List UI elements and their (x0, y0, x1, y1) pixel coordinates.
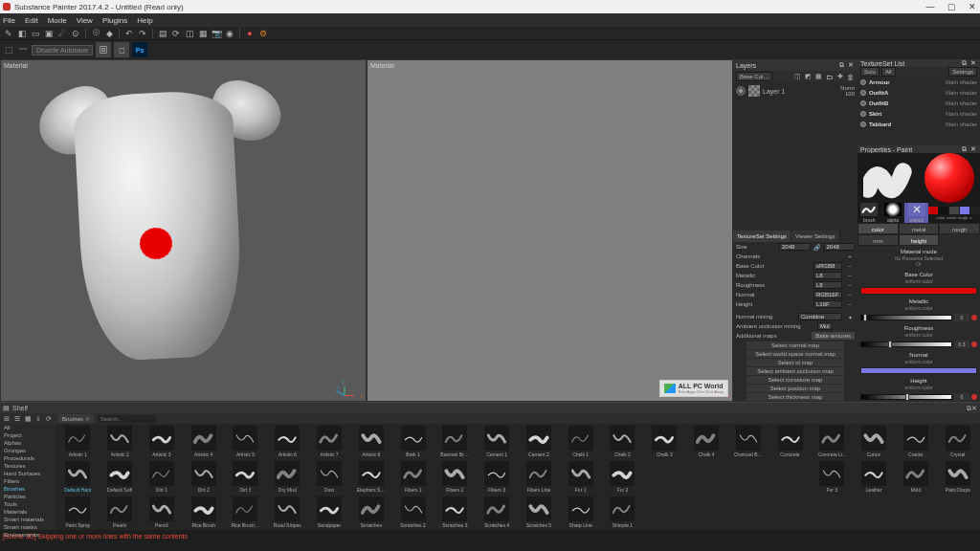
fill-tool-icon[interactable]: ▣ (43, 28, 55, 39)
add-group-icon[interactable]: 🗀 (825, 71, 834, 82)
shelf-view-icon[interactable]: ☰ (13, 413, 21, 425)
shelf-category-smart-materials[interactable]: Smart materials (0, 516, 56, 523)
add-channel-icon[interactable]: + (845, 253, 855, 259)
shelf-category-particles[interactable]: Particles (0, 493, 56, 500)
shelf-import-icon[interactable]: ⇩ (34, 413, 42, 425)
brush-item[interactable]: Artistic 7 (309, 426, 350, 460)
normal-mixing-select[interactable]: Combine (798, 313, 842, 320)
tab-height[interactable]: height (899, 234, 940, 246)
visibility-toggle-icon[interactable] (736, 86, 746, 96)
shelf-category-tools[interactable]: Tools (0, 500, 56, 508)
remove-channel-icon[interactable]: − (845, 301, 855, 307)
brush-item[interactable]: Dry Mud (267, 461, 308, 496)
maximize-button[interactable]: ▢ (947, 2, 956, 11)
brush-item[interactable]: Artistic 6 (267, 426, 308, 460)
brush-slot[interactable]: brush (858, 203, 881, 223)
brush-item[interactable]: Chalk 2 (602, 426, 643, 460)
undo-icon[interactable]: ↶ (123, 28, 135, 39)
photoshop-export-icon[interactable]: Ps (132, 42, 147, 57)
remove-channel-icon[interactable]: − (845, 292, 855, 298)
tab-color[interactable]: color (858, 223, 899, 234)
shelf-category-project[interactable]: Project (0, 431, 56, 439)
shelf-category-brushes[interactable]: Brushes (0, 485, 56, 493)
channel-format[interactable]: L8 (813, 281, 842, 289)
map-curvature[interactable]: Select curvature map (746, 376, 844, 384)
metallic-slider[interactable]: 0 (858, 313, 980, 322)
brush-item[interactable]: Fur 3 (812, 461, 853, 496)
shelf-category-hard-surfaces[interactable]: Hard Surfaces (0, 470, 56, 477)
undock-icon[interactable]: ⧉ (960, 59, 968, 67)
channel-format[interactable]: sRGB8 (813, 262, 842, 270)
close-icon[interactable]: ✕ (969, 145, 977, 153)
menu-plugins[interactable]: Plugins (102, 16, 127, 25)
size-input[interactable]: 2048 (779, 243, 811, 251)
shader-name[interactable]: Main shader (946, 121, 977, 127)
axis-gizmo[interactable]: x y z (343, 381, 360, 398)
shader-name[interactable]: Main shader (946, 111, 977, 117)
close-button[interactable]: ✕ (968, 2, 977, 11)
visibility-dot-icon[interactable] (860, 100, 866, 106)
visibility-dot-icon[interactable] (860, 121, 866, 127)
tab-viewer-settings[interactable]: Viewer Settings (791, 231, 840, 242)
record-icon[interactable]: ● (244, 28, 256, 39)
brush-item[interactable]: Pearls (100, 496, 141, 530)
opacity-value[interactable]: 100 (845, 91, 855, 97)
brush-item[interactable]: Dirt 3 (225, 461, 266, 496)
menu-view[interactable]: View (77, 16, 93, 25)
layer-name[interactable]: Layer 1 (763, 88, 837, 95)
iray-icon[interactable]: ◉ (224, 28, 235, 39)
brush-item[interactable]: Sharp Line (560, 496, 601, 530)
camera-icon[interactable]: 📷 (211, 28, 222, 39)
tab-nrm[interactable]: nrm (858, 234, 899, 246)
brush-item[interactable]: Scratches (350, 496, 391, 530)
base-color-swatch[interactable] (860, 287, 977, 294)
brush-item[interactable]: Pencil (142, 496, 183, 530)
undock-icon[interactable]: ⧉ (960, 145, 968, 153)
brush-item[interactable]: Artistic 8 (350, 426, 391, 460)
channel-format[interactable]: L16F (813, 300, 842, 308)
map-wsnormal[interactable]: Select world space normal map (746, 350, 844, 358)
add-effect-icon[interactable]: ◫ (793, 71, 802, 82)
shelf-category-materials[interactable]: Materials (0, 508, 56, 516)
brush-tool-icon[interactable]: ✎ (3, 28, 14, 39)
reset-icon[interactable] (971, 394, 977, 400)
search-input[interactable] (98, 415, 155, 423)
tab-metal[interactable]: metal (899, 223, 940, 234)
remove-channel-icon[interactable]: − (845, 263, 855, 269)
menu-mode[interactable]: Mode (48, 16, 67, 25)
textureset-row[interactable]: ArmourMain shader (858, 77, 980, 87)
solo-button[interactable]: Solo (860, 67, 880, 77)
minimize-button[interactable]: — (925, 2, 935, 11)
viewport-2d[interactable]: Material x y ALL PC World Free Apps One … (368, 60, 732, 401)
brush-item[interactable]: Fibers 1 (392, 461, 434, 496)
toolbox-icon[interactable]: 🞖 (96, 42, 111, 57)
remove-channel-icon[interactable]: − (845, 273, 855, 278)
reset-icon[interactable] (971, 342, 977, 347)
channel-select[interactable]: Base Col… (736, 72, 772, 81)
brush-item[interactable]: Chalk 4 (686, 426, 727, 460)
brush-item[interactable]: Artistic 1 (57, 426, 99, 460)
all-button[interactable]: All (881, 67, 896, 77)
brush-item[interactable]: Fibers 2 (434, 461, 476, 496)
camera-reset-icon[interactable]: ⟳ (170, 28, 182, 39)
brush-item[interactable]: Artistic 4 (183, 426, 224, 460)
brush-item[interactable]: Concrete Li... (812, 426, 853, 460)
shelf-refresh-icon[interactable]: ⟳ (45, 413, 53, 425)
map-normal[interactable]: Select normal map (746, 342, 844, 349)
tab-rough[interactable]: rough (939, 223, 980, 234)
shader-name[interactable]: Main shader (946, 79, 977, 85)
brush-item[interactable]: Fur 1 (560, 461, 601, 496)
shelf-category-all[interactable]: All (0, 424, 56, 431)
brush-item[interactable]: Dirt 2 (183, 461, 224, 496)
redo-icon[interactable]: ↷ (137, 28, 148, 39)
projection-tool-icon[interactable]: ▭ (30, 28, 41, 39)
brush-item[interactable]: Scratches 4 (477, 496, 518, 530)
add-fill-icon[interactable]: ▦ (814, 71, 823, 82)
shelf-category-filters[interactable]: Filters (0, 477, 56, 485)
brush-item[interactable]: Mold (895, 461, 936, 496)
brush-item[interactable]: Charcoal Br... (727, 426, 768, 460)
brush-item[interactable]: Cracks (895, 426, 936, 460)
tab-textureset-settings[interactable]: TextureSet Settings (733, 231, 791, 242)
menu-edit[interactable]: Edit (25, 16, 38, 25)
brush-item[interactable]: Default Soft (100, 461, 141, 496)
